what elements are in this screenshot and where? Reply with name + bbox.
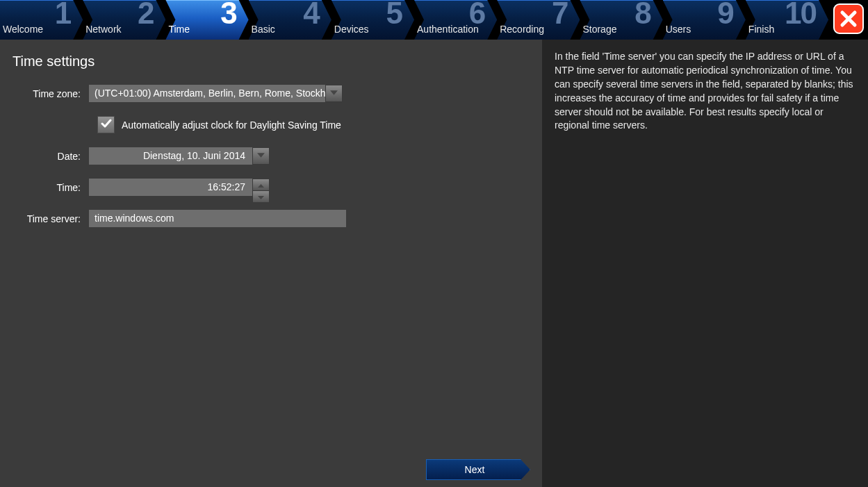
step-time[interactable]: 3 Time: [165, 0, 248, 40]
close-button[interactable]: [828, 0, 868, 40]
step-welcome[interactable]: 1 Welcome: [0, 0, 83, 40]
dst-checkbox[interactable]: [97, 116, 115, 133]
chevron-up-icon: [257, 179, 265, 190]
date-field[interactable]: Dienstag, 10. Juni 2014: [89, 147, 252, 165]
time-field[interactable]: 16:52:27: [89, 179, 252, 196]
timezone-select[interactable]: (UTC+01:00) Amsterdam, Berlin, Bern, Rom…: [89, 85, 325, 102]
chevron-down-icon: [329, 88, 338, 99]
dst-checkbox-label: Automatically adjust clock for Daylight …: [122, 119, 341, 131]
wizard-step-bar: 1 Welcome 2 Network 3 Time 4 Basic 5 Dev…: [0, 0, 868, 40]
check-icon: [101, 118, 112, 131]
close-icon: [833, 3, 864, 36]
time-label: Time:: [13, 182, 89, 193]
chevron-down-icon: [256, 151, 265, 162]
timezone-label: Time zone:: [13, 88, 89, 99]
step-users[interactable]: 9 Users: [663, 0, 746, 40]
page-title: Time settings: [13, 53, 530, 69]
help-panel: In the field 'Time server' you can speci…: [542, 40, 868, 487]
next-button[interactable]: Next: [426, 459, 530, 480]
chevron-down-icon: [257, 191, 265, 202]
help-text: In the field 'Time server' you can speci…: [555, 50, 855, 133]
step-recording[interactable]: 7 Recording: [497, 0, 580, 40]
step-finish[interactable]: 10 Finish: [746, 0, 828, 40]
step-network[interactable]: 2 Network: [83, 0, 165, 40]
timeserver-input[interactable]: [89, 210, 346, 227]
timezone-dropdown-button[interactable]: [325, 85, 343, 102]
step-basic[interactable]: 4 Basic: [249, 0, 331, 40]
date-dropdown-button[interactable]: [252, 147, 270, 165]
step-storage[interactable]: 8 Storage: [580, 0, 662, 40]
time-spin-down[interactable]: [252, 191, 270, 203]
time-spin-up[interactable]: [252, 179, 270, 191]
step-devices[interactable]: 5 Devices: [331, 0, 414, 40]
date-label: Date:: [13, 151, 89, 162]
timeserver-label: Time server:: [13, 213, 89, 224]
step-authentication[interactable]: 6 Authentication: [414, 0, 497, 40]
main-panel: Time settings Time zone: (UTC+01:00) Ams…: [0, 40, 542, 487]
